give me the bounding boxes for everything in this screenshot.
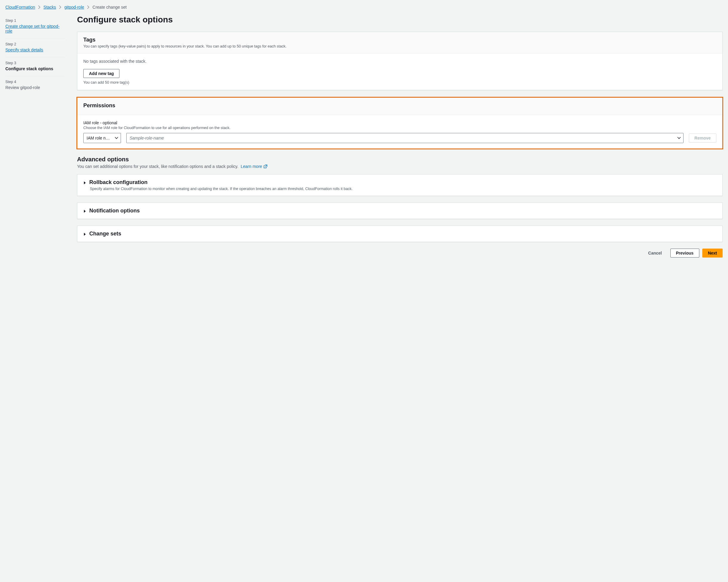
caret-down-icon [115, 137, 118, 139]
breadcrumb-stacks[interactable]: Stacks [44, 5, 56, 9]
external-link-icon [263, 164, 267, 169]
chevron-right-icon [38, 5, 41, 9]
learn-more-link[interactable]: Learn more [241, 164, 267, 169]
breadcrumb-current: Create change set [93, 5, 127, 9]
tags-panel: Tags You can specify tags (key-value pai… [77, 32, 723, 90]
cancel-button[interactable]: Cancel [643, 249, 667, 257]
step-3: Step 3 Configure stack options [5, 57, 65, 76]
wizard-steps: Step 1 Create change set for gitpod-role… [5, 15, 65, 95]
page-title: Configure stack options [77, 15, 723, 25]
notification-toggle[interactable]: Notification options [83, 208, 717, 214]
iam-role-type-select[interactable]: IAM role n… [83, 133, 121, 143]
step-label: Step 1 [5, 19, 65, 23]
iam-role-label: IAM role - optional [83, 120, 717, 125]
tags-description: You can specify tags (key-value pairs) t… [83, 44, 717, 48]
step-label: Step 4 [5, 80, 65, 84]
tags-hint: You can add 50 more tag(s) [83, 80, 717, 84]
caret-right-icon [83, 181, 86, 185]
breadcrumb: CloudFormation Stacks gitpod-role Create… [5, 5, 723, 9]
breadcrumb-role[interactable]: gitpod-role [64, 5, 84, 9]
rollback-toggle[interactable]: Rollback configuration [83, 179, 717, 185]
learn-more-text: Learn more [241, 164, 262, 169]
remove-role-button: Remove [689, 133, 717, 143]
rollback-panel: Rollback configuration Specify alarms fo… [77, 174, 723, 196]
step-2-link[interactable]: Specify stack details [5, 48, 65, 52]
chevron-right-icon [59, 5, 61, 9]
iam-role-type-value: IAM role n… [86, 136, 110, 141]
step-label: Step 2 [5, 42, 65, 46]
change-sets-heading: Change sets [89, 231, 121, 237]
rollback-heading: Rollback configuration [89, 179, 148, 185]
notification-heading: Notification options [89, 208, 140, 214]
tags-empty-text: No tags associated with the stack. [83, 59, 717, 64]
add-new-tag-button[interactable]: Add new tag [83, 69, 120, 78]
step-label: Step 3 [5, 61, 65, 65]
permissions-heading: Permissions [83, 102, 717, 109]
chevron-right-icon [87, 5, 89, 9]
step-3-current: Configure stack options [5, 66, 65, 71]
step-4: Step 4 Review gitpod-role [5, 76, 65, 95]
advanced-heading-text: Advanced options [77, 156, 723, 163]
iam-role-name-placeholder: Sample-role-name [130, 136, 164, 141]
change-sets-toggle[interactable]: Change sets [83, 231, 717, 237]
step-1: Step 1 Create change set for gitpod-role [5, 15, 65, 39]
iam-role-name-select[interactable]: Sample-role-name [126, 133, 683, 143]
step-1-link[interactable]: Create change set for gitpod-role [5, 24, 65, 33]
caret-right-icon [83, 209, 86, 213]
permissions-panel: Permissions IAM role - optional Choose t… [77, 97, 723, 149]
advanced-options-heading: Advanced options You can set additional … [77, 156, 723, 169]
caret-right-icon [83, 232, 86, 236]
rollback-description: Specify alarms for CloudFormation to mon… [90, 187, 717, 191]
notification-panel: Notification options [77, 203, 723, 219]
caret-down-icon [677, 137, 681, 139]
change-sets-panel: Change sets [77, 226, 723, 242]
tags-heading: Tags [83, 37, 717, 43]
advanced-description: You can set additional options for your … [77, 164, 238, 169]
next-button[interactable]: Next [702, 249, 723, 257]
previous-button[interactable]: Previous [670, 249, 699, 257]
iam-role-description: Choose the IAM role for CloudFormation t… [83, 126, 717, 130]
step-2: Step 2 Specify stack details [5, 39, 65, 57]
main-content: Configure stack options Tags You can spe… [77, 15, 723, 257]
breadcrumb-cloudformation[interactable]: CloudFormation [5, 5, 35, 9]
step-4-future: Review gitpod-role [5, 85, 65, 90]
footer-actions: Cancel Previous Next [77, 249, 723, 257]
